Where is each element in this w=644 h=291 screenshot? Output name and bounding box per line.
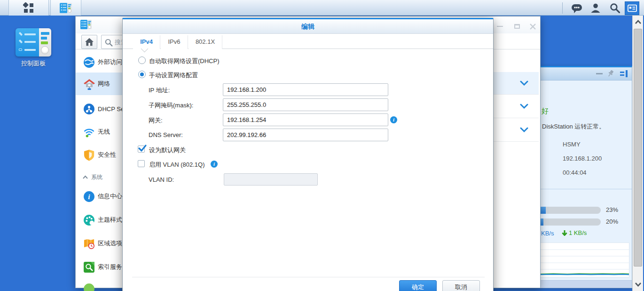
ram-usage-percent: 20%: [606, 218, 618, 225]
index-search-icon: [83, 261, 95, 273]
region-map-clock-icon: [83, 238, 95, 250]
scroll-down-icon[interactable]: [633, 279, 644, 290]
check-icon: [138, 144, 147, 153]
window-minimize-icon[interactable]: [495, 23, 504, 30]
vlan-label: 启用 VLAN (802.1Q): [149, 161, 205, 169]
shortcut-label: 控制面板: [7, 59, 60, 68]
main-menu-grid-icon: [23, 2, 34, 14]
dns-server-field[interactable]: [223, 129, 388, 141]
vlan-id-field: [224, 173, 318, 186]
sidebar-section-label: 系统: [91, 173, 102, 181]
cpu-usage-percent: 23%: [606, 206, 618, 213]
wifi-icon: [83, 126, 95, 138]
cancel-button[interactable]: 取消: [442, 280, 480, 291]
network-home-icon: [83, 78, 95, 90]
scroll-up-icon[interactable]: [633, 16, 644, 28]
home-button[interactable]: [81, 35, 97, 49]
chat-icon: [571, 2, 583, 14]
dhcp-server-icon: [83, 103, 95, 115]
dialog-title: 编辑: [123, 19, 493, 34]
chevron-down-icon: [520, 127, 528, 133]
palette-icon: [83, 214, 95, 226]
home-icon: [85, 38, 94, 46]
default-gateway-checkbox[interactable]: [138, 146, 145, 153]
tab-8021x[interactable]: 802.1X: [188, 35, 222, 49]
gateway-label: 网关:: [149, 116, 163, 125]
sidebar-item-label: 外部访问: [98, 58, 122, 66]
taskbar-search-button[interactable]: [605, 0, 624, 16]
window-close-icon[interactable]: [528, 23, 537, 30]
gateway-info-icon[interactable]: i: [390, 116, 397, 123]
control-panel-icon: [16, 28, 51, 57]
main-menu-button[interactable]: [8, 0, 49, 16]
upload-speed: KB/s: [541, 230, 554, 237]
info-circle-icon: i: [83, 191, 95, 202]
gateway-field[interactable]: [223, 113, 388, 126]
search-icon: [104, 38, 113, 47]
download-arrow-icon: [562, 230, 567, 236]
notifications-button[interactable]: [567, 0, 586, 16]
chevron-down-icon: [520, 104, 528, 109]
user-icon: [590, 2, 601, 14]
sidebar-item-label: 无线: [98, 128, 110, 136]
sidebar-item-label: 信息中心: [98, 192, 122, 201]
shield-icon: [83, 149, 95, 161]
sidebar-item-label: 索引服务: [98, 263, 122, 271]
server-name-value: HSMY: [563, 141, 581, 148]
subnet-mask-label: 子网掩码(mask):: [149, 101, 193, 110]
sidebar-item-label: 网络: [98, 80, 110, 88]
taskbar-divider: [562, 2, 563, 14]
svg-text:i: i: [88, 193, 90, 201]
widgets-icon: [627, 4, 637, 13]
radio-dhcp[interactable]: [138, 57, 146, 64]
vlan-id-label: VLAN ID:: [149, 176, 174, 183]
ip-address-field[interactable]: [223, 83, 388, 96]
edit-dialog: 编辑 IPv4 IPv6 802.1X 自动取得网络设置(DHCP) 手动设置网…: [122, 18, 494, 291]
widget-column-scrollbar[interactable]: [632, 16, 643, 291]
search-icon: [609, 2, 620, 13]
collapse-panel-icon[interactable]: [620, 70, 628, 79]
vlan-checkbox[interactable]: [138, 160, 145, 167]
user-options-button[interactable]: [586, 0, 605, 16]
chevron-down-icon: [520, 81, 528, 86]
chevron-up-icon: [82, 175, 88, 179]
radio-manual-label: 手动设置网络配置: [149, 71, 198, 80]
dialog-tabbar: IPv4 IPv6 802.1X: [123, 35, 493, 49]
ip-address-value: 192.168.1.200: [563, 155, 602, 162]
control-panel-task-icon: [60, 3, 72, 13]
vlan-info-icon[interactable]: i: [211, 161, 218, 168]
window-maximize-icon[interactable]: [513, 23, 521, 30]
uptime-value: 00:44:04: [563, 169, 587, 176]
pin-icon[interactable]: [606, 69, 615, 79]
tab-ipv6[interactable]: IPv6: [161, 35, 188, 49]
sidebar-item-label: 主题样式: [98, 216, 122, 224]
radio-dhcp-label: 自动取得网络设置(DHCP): [149, 57, 220, 65]
subnet-mask-field[interactable]: [223, 98, 388, 111]
scrollbar-thumb[interactable]: [634, 29, 642, 267]
taskbar: [0, 0, 644, 16]
globe-icon: [83, 57, 95, 68]
download-speed-value: 1 KB/s: [569, 229, 587, 236]
ip-address-label: IP 地址:: [149, 86, 170, 95]
health-status-title: 好: [542, 107, 549, 116]
desktop-shortcut-control-panel[interactable]: 控制面板: [7, 28, 60, 68]
widget-minimize-icon[interactable]: [596, 73, 603, 74]
partial-green-icon: [83, 283, 95, 291]
widgets-toggle-button[interactable]: [625, 1, 639, 15]
taskbar-control-panel-button[interactable]: [50, 0, 81, 16]
download-speed: 1 KB/s: [562, 229, 587, 236]
window-app-icon: [80, 20, 92, 31]
dns-server-label: DNS Server:: [149, 131, 183, 138]
sidebar-item-label: 区域选项: [98, 239, 122, 248]
sidebar-item-label: 安全性: [98, 151, 116, 159]
radio-manual[interactable]: [138, 71, 146, 78]
screen: 控制面板 好 DiskStation 运转正常。 HSMY 192.168.1.…: [0, 0, 644, 291]
ok-button[interactable]: 确定: [399, 280, 437, 291]
dialog-footer-separator: [132, 277, 485, 277]
default-gateway-label: 设为默认网关: [149, 146, 186, 154]
health-status-text: DiskStation 运转正常。: [542, 122, 605, 131]
